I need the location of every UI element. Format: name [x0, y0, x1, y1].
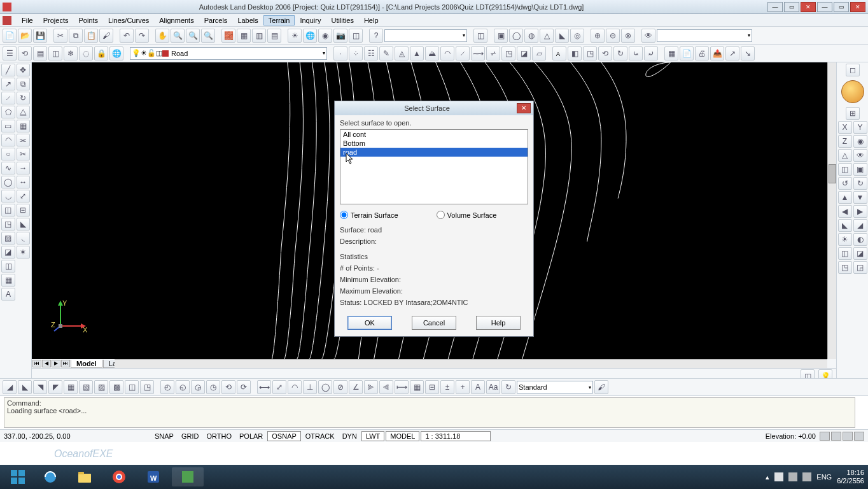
solid-box-icon[interactable]: ▣ [494, 29, 508, 43]
real-icon[interactable]: ◳ [838, 261, 852, 274]
status-icon-2[interactable] [831, 432, 841, 441]
parcels-icon[interactable]: ▱ [532, 46, 546, 60]
inq2-icon[interactable]: ◣ [18, 380, 32, 394]
inq11-icon[interactable]: ◴ [160, 380, 174, 394]
menu-projects[interactable]: Projects [38, 15, 74, 25]
taskbar-app-icon[interactable] [172, 467, 204, 486]
surface-option-selected[interactable]: road [340, 148, 528, 157]
wire-icon[interactable]: ◫ [838, 247, 852, 260]
fillet-icon[interactable]: ◟ [17, 232, 31, 244]
shade-icon[interactable]: ◐ [853, 233, 867, 246]
volumes-icon[interactable]: ◳ [501, 46, 515, 60]
properties-icon[interactable]: 🧱 [221, 29, 235, 43]
table2-icon[interactable]: ▦ [1, 274, 15, 287]
maplayer-icon[interactable]: 🌐 [109, 46, 123, 60]
camera-icon[interactable]: 📷 [333, 29, 347, 43]
stretch-icon[interactable]: ↔ [17, 176, 31, 188]
tab-first-button[interactable]: ⏮ [32, 360, 41, 367]
ucs2-icon[interactable]: ◧ [568, 46, 582, 60]
ucso-icon[interactable]: ◉ [853, 135, 867, 148]
tray-network-icon[interactable] [788, 472, 797, 481]
rotview-icon[interactable]: ⤿ [629, 46, 643, 60]
mirror-icon[interactable]: ⧋ [17, 106, 31, 118]
menu-terrain[interactable]: Terrain [263, 15, 295, 25]
menu-alignments[interactable]: Alignments [154, 15, 199, 25]
solid-torus-icon[interactable]: ◎ [570, 29, 584, 43]
view-icon[interactable]: 👁 [641, 29, 655, 43]
status-icon-3[interactable] [843, 432, 853, 441]
menu-parcels[interactable]: Parcels [199, 15, 233, 25]
publish-icon[interactable]: 📤 [710, 46, 724, 60]
zoom-realtime-icon[interactable]: 🔍 [171, 29, 185, 43]
materials-icon[interactable]: 🌐 [303, 29, 317, 43]
block-icon[interactable]: ◳ [1, 218, 15, 230]
extend-icon[interactable]: → [17, 162, 31, 174]
menu-lines-curves[interactable]: Lines/Curves [103, 15, 154, 25]
vertical-scrollbar[interactable] [827, 62, 836, 359]
grading-icon[interactable]: ◪ [517, 46, 531, 60]
scale-display[interactable]: 1 : 3311.18 [421, 431, 491, 441]
point-icon[interactable]: · [333, 46, 347, 60]
dim-ang-icon[interactable]: ∠ [349, 380, 363, 394]
viewtop-icon[interactable]: ▲ [838, 191, 852, 204]
render-icon[interactable]: ☀ [288, 29, 302, 43]
inq8-icon[interactable]: ▩ [109, 380, 123, 394]
cancel-button[interactable]: Cancel [412, 316, 456, 330]
inq10-icon[interactable]: ◳ [140, 380, 154, 394]
ucs-world-icon[interactable]: ⊞ [846, 107, 860, 120]
dim-aligned-icon[interactable]: ⤢ [272, 380, 286, 394]
layermgr-icon[interactable]: ☰ [3, 46, 17, 60]
grid-toggle[interactable]: GRID [178, 431, 202, 441]
viewright-icon[interactable]: ▶ [853, 205, 867, 218]
workspace-combo[interactable]: ▾ [384, 29, 467, 42]
volume-surface-radio[interactable]: Volume Surface [437, 211, 497, 219]
polygon-icon[interactable]: ⬠ [1, 106, 15, 118]
lights-icon[interactable]: ◉ [318, 29, 332, 43]
rotate3d-icon[interactable]: ↻ [613, 46, 627, 60]
layer-prev-icon[interactable]: ⟲ [18, 46, 32, 60]
pointgroup-icon[interactable]: ⁘ [349, 46, 363, 60]
terrain-icon[interactable]: ⛰ [425, 46, 439, 60]
hide-icon[interactable]: ◪ [853, 247, 867, 260]
ucsy-icon[interactable]: Y [853, 121, 867, 134]
section-icon[interactable]: ⟋ [456, 46, 470, 60]
layerfreeze-icon[interactable]: ❄ [64, 46, 78, 60]
subtract-icon[interactable]: ⊖ [606, 29, 620, 43]
coordinates[interactable]: 337.00, -200.25, 0.00 [4, 432, 150, 440]
language-indicator[interactable]: ENG [816, 473, 832, 481]
tab-next-button[interactable]: ▶ [52, 360, 60, 367]
dim-styleedit-icon[interactable]: 🖌 [594, 380, 608, 394]
matchprop-icon[interactable]: 🖌 [99, 29, 113, 43]
ucse-icon[interactable]: ▣ [853, 163, 867, 176]
inq14-icon[interactable]: ◷ [206, 380, 220, 394]
compass-globe-icon[interactable] [841, 80, 864, 103]
inq5-icon[interactable]: ▦ [64, 380, 78, 394]
dim-tol-icon[interactable]: ± [440, 380, 454, 394]
rect-icon[interactable]: ▭ [1, 120, 15, 132]
osnap-toggle[interactable]: OSNAP [267, 431, 301, 441]
inq15-icon[interactable]: ⟲ [221, 380, 235, 394]
menu-labels[interactable]: Labels [232, 15, 263, 25]
offset-icon[interactable]: ⫘ [17, 134, 31, 146]
dim-center-icon[interactable]: + [456, 380, 470, 394]
inq4-icon[interactable]: ◤ [48, 380, 62, 394]
break-icon[interactable]: ⊟ [17, 204, 31, 216]
taskbar-ie-icon[interactable] [34, 467, 66, 486]
concept-icon[interactable]: ◲ [853, 261, 867, 274]
import-icon[interactable]: ↘ [741, 46, 755, 60]
new-icon[interactable]: 📄 [3, 29, 17, 43]
status-icon-1[interactable] [820, 432, 830, 441]
lwt-toggle[interactable]: LWT [361, 431, 384, 441]
plot-icon[interactable]: 🖨 [695, 46, 709, 60]
redo-icon[interactable]: ↷ [135, 29, 149, 43]
xline-icon[interactable]: ↗ [1, 78, 15, 90]
dim-rad-icon[interactable]: ◯ [318, 380, 332, 394]
surfutil-icon[interactable]: ▲ [410, 46, 424, 60]
tab-prev-button[interactable]: ◀ [42, 360, 51, 367]
layer-combo[interactable]: 💡☀🔓◫ Road ▾ [130, 47, 327, 60]
menu-help[interactable]: Help [359, 15, 384, 25]
maximize-button[interactable]: ▭ [784, 2, 799, 12]
inq1-icon[interactable]: ◢ [3, 380, 17, 394]
tray-volume-icon[interactable] [802, 472, 811, 481]
toolpalette-icon[interactable]: ▥ [252, 29, 266, 43]
